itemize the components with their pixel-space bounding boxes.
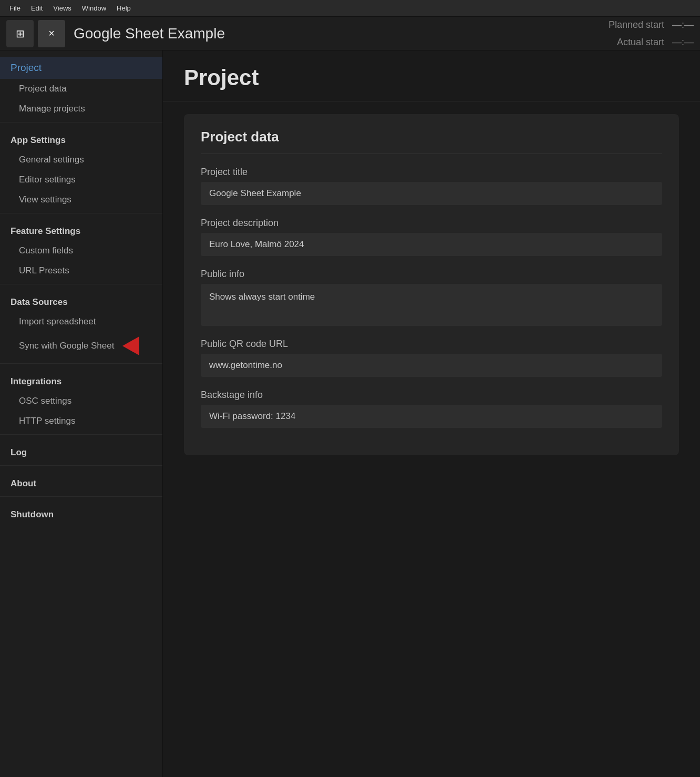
field-value-project-description[interactable]: Euro Love, Malmö 2024 [201, 233, 662, 256]
field-label-public-qr: Public QR code URL [201, 339, 662, 350]
project-data-card: Project data Project title Google Sheet … [184, 114, 679, 455]
grid-icon: ⊞ [16, 27, 25, 40]
menu-help[interactable]: Help [111, 2, 136, 14]
sidebar-item-url-presets[interactable]: URL Presets [0, 261, 162, 281]
menubar: File Edit Views Window Help [0, 0, 700, 17]
divider-1 [0, 122, 162, 122]
close-button[interactable]: × [38, 20, 65, 47]
actual-start-label: Actual start [617, 37, 664, 47]
sidebar-item-view-settings[interactable]: View settings [0, 190, 162, 210]
field-project-description: Project description Euro Love, Malmö 202… [201, 218, 662, 256]
divider-6 [0, 465, 162, 466]
arrow-indicator [122, 336, 139, 355]
page-title: Project [184, 65, 679, 90]
menu-file[interactable]: File [4, 2, 26, 14]
sidebar-item-about[interactable]: About [0, 469, 162, 493]
sidebar-item-custom-fields[interactable]: Custom fields [0, 241, 162, 261]
sidebar-item-general-settings[interactable]: General settings [0, 150, 162, 170]
planned-start-value: —:— [672, 19, 694, 30]
planned-start-label: Planned start [609, 19, 664, 30]
section-header-integrations: Integrations [0, 367, 162, 391]
main-content: Project Project data Project title Googl… [163, 50, 700, 777]
sidebar-item-log[interactable]: Log [0, 438, 162, 462]
sidebar-item-import-spreadsheet[interactable]: Import spreadsheet [0, 312, 162, 332]
divider-2 [0, 213, 162, 213]
field-label-public-info: Public info [201, 269, 662, 280]
sidebar-item-editor-settings[interactable]: Editor settings [0, 170, 162, 190]
sidebar-item-shutdown[interactable]: Shutdown [0, 500, 162, 524]
sidebar-item-osc-settings[interactable]: OSC settings [0, 391, 162, 411]
field-value-project-title[interactable]: Google Sheet Example [201, 182, 662, 205]
sidebar-item-project[interactable]: Project [0, 57, 162, 79]
sidebar-item-sync-google-sheet[interactable]: Sync with Google Sheet [0, 332, 162, 360]
sidebar-item-project-data[interactable]: Project data [0, 79, 162, 99]
field-label-backstage-info: Backstage info [201, 390, 662, 401]
field-label-project-description: Project description [201, 218, 662, 229]
time-meta: Planned start —:— Actual start —:— [609, 16, 694, 50]
main-layout: Project Project data Manage projects App… [0, 50, 700, 777]
sidebar-item-http-settings[interactable]: HTTP settings [0, 411, 162, 431]
field-public-qr: Public QR code URL www.getontime.no [201, 339, 662, 377]
app-title: Google Sheet Example [74, 25, 609, 42]
sidebar-item-manage-projects[interactable]: Manage projects [0, 99, 162, 119]
field-value-backstage-info[interactable]: Wi-Fi password: 1234 [201, 405, 662, 428]
titlebar: ⊞ × Google Sheet Example Planned start —… [0, 17, 700, 50]
menu-edit[interactable]: Edit [26, 2, 48, 14]
field-project-title: Project title Google Sheet Example [201, 167, 662, 205]
section-header-data-sources: Data Sources [0, 288, 162, 312]
grid-icon-button[interactable]: ⊞ [6, 20, 34, 47]
field-value-public-info[interactable]: Shows always start ontime [201, 284, 662, 326]
section-card-title: Project data [201, 129, 662, 154]
field-public-info: Public info Shows always start ontime [201, 269, 662, 326]
divider-4 [0, 363, 162, 364]
field-label-project-title: Project title [201, 167, 662, 178]
section-header-app-settings: App Settings [0, 126, 162, 150]
sync-google-sheet-label: Sync with Google Sheet [19, 341, 114, 351]
field-backstage-info: Backstage info Wi-Fi password: 1234 [201, 390, 662, 428]
main-header: Project [163, 50, 700, 101]
actual-start-value: —:— [672, 37, 694, 47]
divider-5 [0, 434, 162, 435]
divider-7 [0, 496, 162, 497]
divider-3 [0, 284, 162, 284]
menu-window[interactable]: Window [77, 2, 111, 14]
sidebar: Project Project data Manage projects App… [0, 50, 163, 777]
field-value-public-qr[interactable]: www.getontime.no [201, 354, 662, 377]
menu-views[interactable]: Views [48, 2, 76, 14]
section-header-feature-settings: Feature Settings [0, 217, 162, 241]
close-icon: × [48, 27, 55, 39]
